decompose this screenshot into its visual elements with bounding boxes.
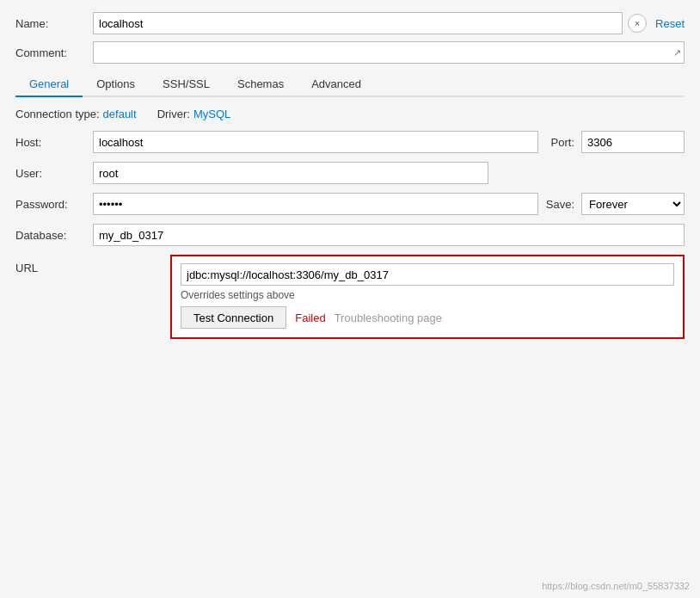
url-label: URL bbox=[15, 255, 93, 274]
port-label: Port: bbox=[538, 136, 581, 149]
test-row: Test Connection Failed Troubleshooting p… bbox=[181, 306, 674, 329]
password-row: Password: Save: Forever Until restart Ne… bbox=[15, 193, 685, 215]
connection-type-value[interactable]: default bbox=[103, 108, 137, 120]
database-label: Database: bbox=[15, 229, 93, 242]
connection-type-label: Connection type: bbox=[15, 108, 100, 120]
save-label: Save: bbox=[538, 198, 581, 211]
host-port-row: Host: Port: bbox=[15, 131, 685, 153]
user-label: User: bbox=[15, 167, 93, 180]
tab-general[interactable]: General bbox=[15, 72, 83, 97]
tab-bar: General Options SSH/SSL Schemas Advanced bbox=[15, 72, 685, 97]
test-failed-label: Failed bbox=[295, 311, 325, 324]
comment-input[interactable] bbox=[93, 41, 685, 64]
url-section: Overrides settings above Test Connection… bbox=[170, 255, 685, 339]
tab-options[interactable]: Options bbox=[83, 72, 149, 97]
password-input[interactable] bbox=[93, 193, 538, 215]
troubleshoot-link[interactable]: Troubleshooting page bbox=[335, 311, 442, 324]
url-outer-row: URL Overrides settings above Test Connec… bbox=[15, 255, 685, 339]
user-input[interactable] bbox=[93, 162, 488, 184]
name-row: Name: × Reset bbox=[15, 12, 685, 34]
url-override-text: Overrides settings above bbox=[181, 289, 674, 301]
comment-row: Comment: ↗ bbox=[15, 41, 685, 64]
name-label: Name: bbox=[15, 17, 93, 30]
driver-label: Driver: bbox=[157, 108, 190, 120]
connection-type-row: Connection type: default Driver: MySQL bbox=[15, 108, 685, 120]
host-input[interactable] bbox=[93, 131, 538, 153]
watermark: https://blog.csdn.net/m0_55837332 bbox=[542, 581, 690, 591]
tab-advanced[interactable]: Advanced bbox=[298, 72, 375, 97]
port-input[interactable] bbox=[581, 131, 685, 153]
comment-label: Comment: bbox=[15, 46, 93, 59]
database-input[interactable] bbox=[93, 224, 685, 246]
name-input[interactable] bbox=[93, 12, 623, 34]
tab-sshssl[interactable]: SSH/SSL bbox=[149, 72, 224, 97]
host-label: Host: bbox=[15, 136, 93, 149]
test-connection-button[interactable]: Test Connection bbox=[181, 306, 286, 329]
url-input[interactable] bbox=[181, 263, 674, 286]
database-row: Database: bbox=[15, 224, 685, 246]
name-clear-button[interactable]: × bbox=[628, 14, 647, 33]
connection-dialog: Name: × Reset Comment: ↗ General Options… bbox=[0, 0, 700, 598]
tab-schemas[interactable]: Schemas bbox=[224, 72, 298, 97]
user-row: User: bbox=[15, 162, 685, 184]
password-label: Password: bbox=[15, 198, 93, 211]
save-select[interactable]: Forever Until restart Never bbox=[581, 193, 685, 215]
comment-wrapper: ↗ bbox=[93, 41, 685, 64]
reset-link[interactable]: Reset bbox=[647, 17, 685, 30]
driver-value[interactable]: MySQL bbox=[193, 108, 230, 120]
